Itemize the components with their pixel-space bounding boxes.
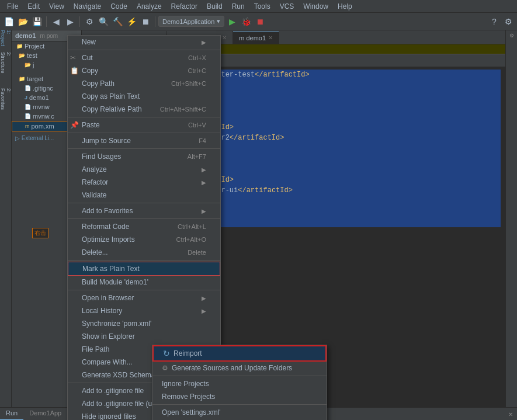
context-menu-optimize-imports[interactable]: Optimize Imports Ctrl+Alt+O: [68, 233, 220, 246]
context-menu-open-browser[interactable]: Open in Browser ▶: [68, 291, 220, 304]
context-menu-synchronize[interactable]: Synchronize 'pom.xml': [68, 317, 220, 330]
toolbar-new-btn[interactable]: 📄: [2, 15, 15, 28]
context-menu-analyze[interactable]: Analyze ▶: [68, 163, 220, 176]
menu-vcs[interactable]: VCS: [275, 1, 299, 12]
context-menu-reformat[interactable]: Reformat Code Ctrl+Alt+L: [68, 220, 220, 233]
context-menu-local-history[interactable]: Local History ▶: [68, 304, 220, 317]
sidebar-project-icon[interactable]: 1: Project: [1, 33, 11, 43]
toolbar-settings-btn[interactable]: ⚙: [502, 15, 515, 28]
bottom-tab-demo1app[interactable]: Demo1App: [23, 408, 67, 420]
shortcut-hint: Ctrl+Alt+Shift+C: [160, 106, 206, 113]
chevron-down-icon: ▾: [217, 18, 220, 25]
toolbar-btn6[interactable]: ⚡: [125, 15, 138, 28]
menu-edit[interactable]: Edit: [23, 1, 44, 12]
menu-code[interactable]: Code: [106, 1, 132, 12]
menu-navigate[interactable]: Navigate: [69, 1, 106, 12]
context-menu-sep: [68, 133, 220, 133]
context-menu-sep: [68, 50, 220, 50]
tab-close-icon[interactable]: ✕: [268, 34, 273, 41]
menu-item-label: New: [82, 38, 96, 46]
bottom-tab-run[interactable]: Run: [0, 408, 23, 420]
context-menu-jump-source[interactable]: Jump to Source F4: [68, 134, 220, 147]
file-icon: 📄: [25, 104, 31, 110]
submenu-reimport[interactable]: ↻ Reimport: [152, 345, 327, 362]
context-menu-delete[interactable]: Delete... Delete: [68, 246, 220, 259]
toolbar-help-btn[interactable]: ?: [488, 15, 501, 28]
reimport-icon: ↻: [163, 349, 170, 358]
menu-item-label: Copy as Plain Text: [82, 92, 140, 100]
toolbar-back-btn[interactable]: ◀: [50, 15, 63, 28]
menu-item-label: Optimize Imports: [82, 235, 135, 244]
submenu-arrow-icon: ▶: [202, 39, 206, 46]
context-menu-sep: [68, 117, 220, 117]
context-menu-validate[interactable]: Validate: [68, 189, 220, 202]
submenu-sep: [152, 376, 327, 376]
submenu-arrow-icon: ▶: [202, 308, 206, 314]
submenu-ignore-projects[interactable]: Ignore Projects: [152, 377, 327, 390]
context-menu-paste[interactable]: 📌 Paste Ctrl+V: [68, 119, 220, 131]
xml-icon: m: [25, 123, 30, 129]
toolbar-sep2: [79, 16, 80, 27]
right-edge: ⚙: [505, 30, 517, 407]
context-menu-copy-path[interactable]: Copy Path Ctrl+Shift+C: [68, 77, 220, 90]
context-menu-show-explorer[interactable]: Show in Explorer: [68, 330, 220, 343]
context-menu-new[interactable]: New ▶: [68, 36, 220, 48]
submenu-open-settings[interactable]: Open 'settings.xml': [152, 406, 327, 419]
context-menu-copy[interactable]: 📋 Copy Ctrl+C: [68, 64, 220, 77]
stop-btn[interactable]: ⏹: [254, 15, 266, 28]
context-menu-copy-plain[interactable]: Copy as Plain Text: [68, 90, 220, 103]
menu-tools[interactable]: Tools: [249, 1, 275, 12]
menu-item-label: Copy Relative Path: [82, 105, 142, 113]
project-label: demo1: [15, 32, 36, 39]
context-menu-sep: [68, 203, 220, 203]
menu-item-label: File Path: [82, 345, 109, 353]
bottom-close-btn[interactable]: ✕: [504, 408, 517, 420]
shortcut-hint: Ctrl+V: [188, 122, 206, 129]
menu-build[interactable]: Build: [202, 1, 227, 12]
context-menu-build-module[interactable]: Build Module 'demo1': [68, 276, 220, 289]
tab-label: m demo1: [239, 34, 266, 41]
menu-item-label: Cut: [82, 54, 93, 62]
menu-analyze[interactable]: Analyze: [132, 1, 166, 12]
menu-view[interactable]: View: [44, 1, 69, 12]
menu-item-label: Find Usages: [82, 152, 121, 161]
toolbar: 📄 📂 💾 ◀ ▶ ⚙ 🔍 🔨 ⚡ ⏹ Demo1Application ▾ ▶…: [0, 13, 517, 30]
run-config-selector[interactable]: Demo1Application ▾: [158, 16, 224, 27]
context-menu-add-favorites[interactable]: Add to Favorites ▶: [68, 204, 220, 217]
tab-close-icon[interactable]: ✕: [222, 34, 227, 41]
run-btn[interactable]: ▶: [225, 15, 238, 28]
sidebar-favorites-icon[interactable]: 2: Favorites: [1, 93, 11, 104]
menu-window[interactable]: Window: [299, 1, 333, 12]
submenu-sep: [152, 404, 327, 405]
submenu-remove-projects[interactable]: Remove Projects: [152, 390, 327, 403]
toolbar-open-btn[interactable]: 📂: [16, 15, 29, 28]
debug-btn[interactable]: 🐞: [240, 15, 252, 28]
context-menu-cut[interactable]: ✂ Cut Ctrl+X: [68, 51, 220, 64]
menu-bar: File Edit View Navigate Code Analyze Ref…: [0, 0, 517, 13]
toolbar-forward-btn[interactable]: ▶: [64, 15, 77, 28]
menu-item-label: Compare With...: [82, 358, 133, 366]
menu-file[interactable]: File: [2, 1, 23, 12]
menu-refactor[interactable]: Refactor: [166, 1, 202, 12]
context-menu-find-usages[interactable]: Find Usages Alt+F7: [68, 150, 220, 163]
toolbar-btn5[interactable]: 🔨: [111, 15, 124, 28]
menu-item-label: Copy Path: [82, 79, 114, 88]
shortcut-hint: Delete: [188, 249, 206, 256]
toolbar-btn3[interactable]: ⚙: [83, 15, 96, 28]
tab-demo1[interactable]: m demo1 ✕: [233, 31, 279, 44]
menu-item-label: Mark as Plain Text: [82, 265, 140, 273]
toolbar-save-btn[interactable]: 💾: [30, 15, 43, 28]
file-icon: 📄: [25, 113, 31, 119]
menu-run[interactable]: Run: [227, 1, 249, 12]
menu-item-label: Validate: [82, 191, 106, 199]
generate-icon: ⚙: [162, 364, 168, 372]
toolbar-btn4[interactable]: 🔍: [97, 15, 110, 28]
context-menu-refactor[interactable]: Refactor ▶: [68, 176, 220, 189]
menu-item-label: Refactor: [82, 178, 108, 186]
toolbar-btn7[interactable]: ⏹: [139, 15, 152, 28]
context-menu-mark-plain[interactable]: Mark as Plain Text: [68, 262, 220, 276]
submenu-generate-sources[interactable]: ⚙ Generate Sources and Update Folders: [152, 362, 327, 374]
sidebar-structure-icon[interactable]: 2: Structure: [1, 57, 11, 68]
context-menu-copy-relative[interactable]: Copy Relative Path Ctrl+Alt+Shift+C: [68, 103, 220, 116]
menu-help[interactable]: Help: [333, 1, 357, 12]
